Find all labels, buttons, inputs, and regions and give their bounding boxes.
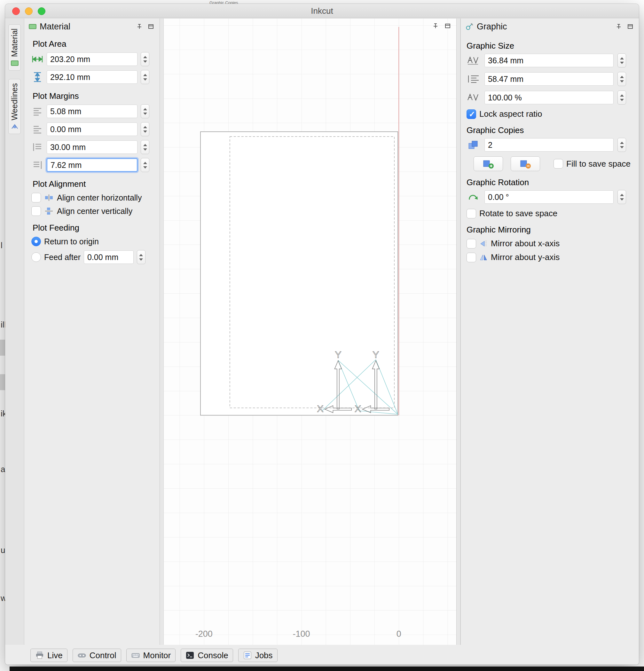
titlebar[interactable]: Inkcut xyxy=(5,4,639,18)
rotate-save-space-checkbox[interactable] xyxy=(466,209,476,218)
plot-margin-4-field[interactable] xyxy=(47,158,138,172)
graphic-copies-field[interactable] xyxy=(485,138,614,152)
close-button[interactable] xyxy=(12,7,20,15)
mirror-x-label: Mirror about x-axis xyxy=(491,239,559,249)
graphic-scale-field[interactable] xyxy=(485,91,614,104)
panel-splitter[interactable] xyxy=(160,18,164,645)
pin-icon xyxy=(616,23,622,30)
tab-live-label: Live xyxy=(47,650,63,660)
mirror-y-row: Mirror about y-axis xyxy=(466,252,639,262)
graphic-copies-stepper[interactable] xyxy=(617,138,626,152)
graphic-rotation-stepper[interactable] xyxy=(617,190,626,204)
tab-monitor[interactable]: Monitor xyxy=(126,649,176,662)
pin-panel-button[interactable] xyxy=(135,22,144,31)
mirror-x-icon xyxy=(479,240,488,247)
graphic-width-stepper[interactable] xyxy=(617,53,626,67)
plot-margin-1-stepper[interactable] xyxy=(141,104,149,118)
graphic-height-stepper[interactable] xyxy=(617,72,626,86)
panel-splitter[interactable] xyxy=(456,18,461,645)
lock-aspect-checkbox[interactable] xyxy=(466,110,476,119)
tab-console[interactable]: Console xyxy=(181,649,233,662)
lock-aspect-label: Lock aspect ratio xyxy=(479,109,542,119)
remove-copy-button[interactable] xyxy=(511,156,540,171)
float-icon xyxy=(445,23,451,29)
graphic-width-field[interactable] xyxy=(485,54,614,67)
feed-after-stepper[interactable] xyxy=(137,250,145,264)
inkcut-window: Inkcut Material Weedlines xyxy=(5,4,639,664)
minimize-button[interactable] xyxy=(25,7,33,15)
scale-icon xyxy=(466,93,480,102)
plot-margin-1-field[interactable] xyxy=(47,104,138,118)
plot-margin-3-stepper[interactable] xyxy=(141,140,149,154)
feed-after-radio[interactable] xyxy=(31,252,41,262)
plot-margin-4-row xyxy=(31,158,159,172)
material-panel-header: Material xyxy=(24,18,159,35)
pin-icon xyxy=(432,23,439,29)
margin-top-icon xyxy=(31,107,43,116)
graphic-panel-header: Graphic xyxy=(461,18,639,35)
feed-after-field[interactable] xyxy=(84,250,134,264)
graphic-scale-stepper[interactable] xyxy=(617,90,626,104)
graphic-copies-row xyxy=(466,138,639,152)
dock-strip xyxy=(10,667,644,671)
plot-margin-2-field[interactable] xyxy=(47,123,138,136)
printer-icon xyxy=(35,651,44,659)
plot-width-field[interactable] xyxy=(47,52,138,66)
graphic-rotation-heading: Graphic Rotation xyxy=(466,177,639,187)
mirror-y-checkbox[interactable] xyxy=(466,253,476,262)
plot-margin-3-field[interactable] xyxy=(47,140,138,154)
graphic-mirroring-heading: Graphic Mirroring xyxy=(466,225,639,235)
fill-save-space-checkbox[interactable] xyxy=(554,159,563,168)
plot-margin-3-row xyxy=(31,140,159,154)
plot-width-stepper[interactable] xyxy=(141,52,149,66)
plot-width-row xyxy=(31,52,159,66)
plot-margin-4-stepper[interactable] xyxy=(141,158,149,172)
tab-jobs[interactable]: Jobs xyxy=(238,649,278,662)
plot-height-row xyxy=(31,70,159,84)
add-copy-button[interactable] xyxy=(474,156,503,171)
pin-panel-button[interactable] xyxy=(615,22,623,31)
align-vertical-row: Align center vertically xyxy=(31,206,159,216)
graphic-rotation-field[interactable] xyxy=(485,190,614,204)
feed-after-label: Feed after xyxy=(44,253,80,262)
graphic-copies-heading: Graphic Copies xyxy=(466,125,639,135)
mirror-x-checkbox[interactable] xyxy=(466,239,476,249)
fullscreen-button[interactable] xyxy=(38,7,46,15)
float-canvas-button[interactable] xyxy=(443,22,452,30)
graphic-y-label: Y xyxy=(335,349,341,360)
float-icon xyxy=(148,23,154,30)
sidebar-tab-weedlines[interactable]: Weedlines xyxy=(8,79,21,134)
tab-control[interactable]: Control xyxy=(73,649,121,662)
material-page xyxy=(201,132,398,416)
float-panel-button[interactable] xyxy=(626,22,634,31)
plot-canvas[interactable]: Y X Y X -200 -100 0 xyxy=(164,18,456,645)
pin-canvas-button[interactable] xyxy=(432,22,440,30)
keyboard-icon xyxy=(131,651,140,659)
graphic-scale-row xyxy=(466,90,639,104)
plot-height-field[interactable] xyxy=(47,71,138,84)
float-panel-button[interactable] xyxy=(147,22,155,31)
plot-area-heading: Plot Area xyxy=(33,39,159,49)
tab-live[interactable]: Live xyxy=(30,649,67,662)
copy-buttons-row: Fill to save space xyxy=(474,156,639,171)
material-icon xyxy=(29,23,37,30)
graphic-panel: Graphic Graphic Size xyxy=(461,18,639,645)
tab-console-label: Console xyxy=(197,650,228,660)
background-list-row xyxy=(0,340,5,356)
tab-jobs-label: Jobs xyxy=(255,650,273,660)
graphic-icon xyxy=(465,23,474,30)
plot-margin-2-stepper[interactable] xyxy=(141,122,149,136)
graphic-height-field[interactable] xyxy=(485,72,614,86)
sidebar-tab-material[interactable]: Material xyxy=(8,24,21,71)
weedlines-icon xyxy=(11,124,18,130)
axis-tick-0: 0 xyxy=(397,629,401,639)
remove-copy-icon xyxy=(519,159,531,169)
feed-after-row: Feed after xyxy=(31,250,159,264)
plot-margin-1-row xyxy=(31,104,159,118)
plot-margins-heading: Plot Margins xyxy=(33,91,159,101)
align-vertical-checkbox[interactable] xyxy=(31,206,41,216)
align-horizontal-checkbox[interactable] xyxy=(31,193,41,202)
return-to-origin-radio[interactable] xyxy=(31,237,41,246)
plot-height-stepper[interactable] xyxy=(141,70,149,84)
plot-preview[interactable]: Y X Y X -200 -100 0 xyxy=(164,18,456,645)
